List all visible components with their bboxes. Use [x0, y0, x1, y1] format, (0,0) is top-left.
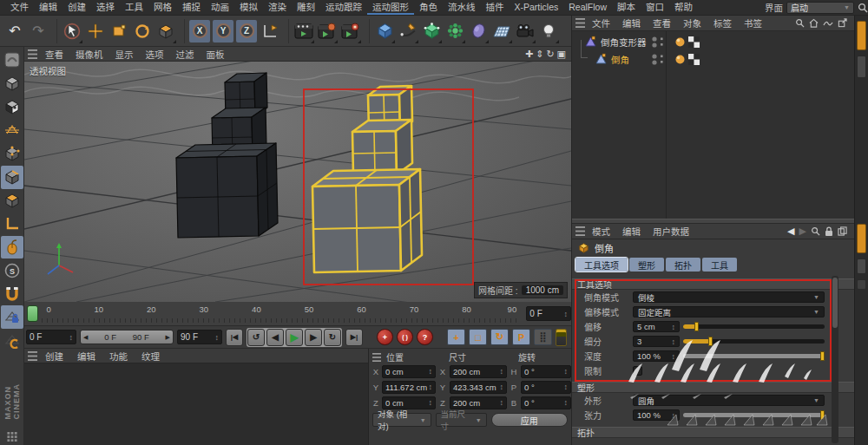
last-used-tool-button[interactable] [155, 18, 177, 44]
move-tool-button[interactable] [84, 18, 107, 44]
scrollbar-thumb[interactable] [832, 278, 838, 328]
subdivision-slider[interactable] [683, 339, 825, 344]
material-menu-edit[interactable]: 编辑 [71, 350, 102, 363]
object-tags[interactable] [674, 54, 700, 65]
make-editable-button[interactable] [1, 49, 23, 72]
om-menu-objects[interactable]: 对象 [678, 16, 707, 29]
rotation-h-field[interactable]: 0 °↕ [521, 365, 571, 378]
curve-icon[interactable] [823, 19, 833, 28]
timeline-playhead[interactable] [27, 305, 38, 322]
section-tool-options[interactable]: 工具选项 [572, 278, 854, 290]
prev-key-button[interactable]: ↺ [247, 329, 265, 346]
object-row-bevel[interactable]: 倒角 [572, 50, 854, 68]
material-menu-texture[interactable]: 纹理 [135, 350, 166, 363]
size-x-field[interactable]: 200 cm↕ [450, 365, 507, 378]
stepper-icon[interactable]: ↕ [564, 310, 569, 318]
tab-tool[interactable]: 工具 [702, 258, 737, 272]
dock-tab[interactable] [857, 258, 866, 274]
object-tags[interactable] [674, 36, 700, 48]
next-frame-button[interactable]: ▶ [305, 329, 322, 346]
live-selection-button[interactable] [61, 18, 83, 44]
menu-plugins[interactable]: 插件 [481, 0, 510, 15]
undo-button[interactable]: ↶ [3, 18, 26, 44]
object-name[interactable]: 倒角变形器 [601, 36, 647, 49]
key-position-toggle[interactable]: + [447, 329, 465, 345]
menu-pipeline[interactable]: 流水线 [443, 0, 481, 15]
goto-start-button[interactable]: |◀ [226, 329, 243, 346]
stepper-icon[interactable]: ↕ [564, 398, 569, 407]
section-topology[interactable]: 拓扑 [572, 427, 854, 438]
position-x-field[interactable]: 0 cm↕ [382, 365, 436, 378]
add-mograph-button[interactable] [444, 18, 466, 44]
om-menu-view[interactable]: 查看 [648, 16, 676, 29]
panel-grip-icon[interactable] [372, 353, 381, 362]
autokey-button[interactable]: ( ) [397, 329, 413, 345]
viewport-menu-view[interactable]: 查看 [39, 48, 69, 61]
bevel-mode-select[interactable]: 倒棱▼ [633, 291, 825, 303]
attribute-scrollbar[interactable] [832, 276, 838, 443]
viewport-menu-filter[interactable]: 过滤 [170, 48, 201, 61]
enable-axis-button[interactable] [1, 213, 23, 236]
stepper-icon[interactable]: ↕ [500, 383, 504, 391]
depth-slider[interactable] [683, 354, 825, 358]
om-menu-bookmarks[interactable]: 书签 [739, 16, 767, 29]
history-back-icon[interactable]: ◀ [787, 226, 794, 237]
menu-snap[interactable]: 捕捉 [177, 0, 206, 15]
copy-icon[interactable] [838, 226, 847, 236]
coordinate-mode-select[interactable]: 对象 (相对)▼ [372, 413, 431, 427]
maximize-view-icon[interactable]: ▣ [557, 49, 566, 60]
add-volume-button[interactable] [467, 18, 490, 44]
rotation-b-field[interactable]: 0 °↕ [521, 396, 571, 409]
lock-workplane-button[interactable] [1, 305, 23, 329]
offset-field[interactable]: 5 cm↕ [633, 321, 680, 332]
key-scale-toggle[interactable]: □ [469, 329, 487, 345]
lock-x-axis-button[interactable]: X [189, 20, 210, 43]
scene-start-field[interactable]: 0 F ↕ [26, 330, 76, 344]
key-rotation-toggle[interactable]: ↻ [490, 329, 509, 345]
om-menu-tags[interactable]: 标签 [708, 16, 737, 29]
menu-xparticles[interactable]: X-Particles [510, 0, 564, 15]
panel-grip-icon[interactable] [575, 226, 585, 236]
section-shaping[interactable]: 塑形 [572, 382, 854, 393]
viewport-menu-cameras[interactable]: 摄像机 [69, 48, 109, 61]
material-menu-function[interactable]: 功能 [103, 350, 134, 363]
object-name-selected[interactable]: 倒角 [611, 53, 629, 66]
pan-view-icon[interactable]: ✚ [525, 49, 533, 60]
record-keyframe-button[interactable]: + [377, 329, 393, 345]
points-mode-button[interactable] [1, 142, 23, 166]
prev-frame-button[interactable]: ◀ [266, 329, 284, 346]
add-primitive-button[interactable] [373, 18, 396, 44]
stepper-icon[interactable]: ↕ [500, 367, 504, 376]
am-menu-userdata[interactable]: 用户数据 [648, 225, 694, 238]
rotate-view-icon[interactable]: ↻ [546, 49, 554, 60]
am-menu-edit[interactable]: 编辑 [617, 225, 646, 238]
scale-tool-button[interactable] [108, 18, 130, 44]
menu-help[interactable]: 帮助 [669, 0, 698, 15]
panel-grip-icon[interactable] [575, 18, 585, 28]
object-row-bevel-deformer[interactable]: 倒角变形器 [572, 33, 854, 50]
limit-checkbox[interactable] [633, 366, 642, 376]
stepper-icon[interactable]: ↕ [429, 367, 433, 376]
unselected-cube-stack[interactable] [176, 73, 278, 238]
om-menu-edit[interactable]: 编辑 [617, 16, 646, 29]
render-view-button[interactable] [293, 18, 315, 44]
viewport-menu-options[interactable]: 选项 [140, 48, 170, 61]
magnet-snap-button[interactable] [1, 282, 23, 305]
add-light-button[interactable] [537, 18, 560, 44]
snap-button[interactable]: S [1, 258, 23, 282]
shape-select[interactable]: 圆角▼ [633, 395, 825, 406]
apply-button[interactable]: 应用 [491, 413, 568, 427]
interface-select[interactable]: 启动 ▼ [786, 2, 854, 14]
depth-field[interactable]: 100 %↕ [633, 350, 680, 362]
menu-tools[interactable]: 工具 [120, 0, 148, 15]
search-icon[interactable] [811, 226, 820, 236]
key-pla-toggle[interactable]: ⣿ [534, 329, 552, 345]
stepper-icon[interactable]: ↕ [429, 398, 433, 407]
render-settings-button[interactable] [316, 18, 339, 44]
tension-field[interactable]: 100 %↕ [633, 409, 680, 421]
viewport-solo-button[interactable] [1, 236, 23, 259]
stepper-icon[interactable]: ↕ [69, 333, 74, 342]
edges-mode-button[interactable] [1, 166, 23, 189]
menu-animate[interactable]: 动画 [206, 0, 234, 15]
menu-window[interactable]: 窗口 [641, 0, 669, 15]
